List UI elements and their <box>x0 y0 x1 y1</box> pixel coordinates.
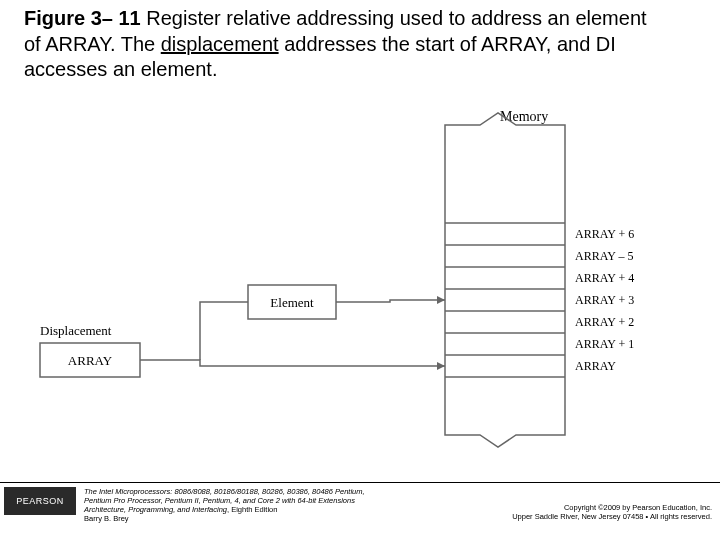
caption-underlined: displacement <box>161 33 279 55</box>
arrowhead-icon <box>437 296 445 304</box>
displacement-label: Displacement <box>40 323 112 338</box>
row-label: ARRAY + 1 <box>575 337 634 351</box>
pearson-logo: PEARSON <box>4 487 76 515</box>
copyright-line: Copyright ©2009 by Pearson Education, In… <box>564 503 712 512</box>
wire-element-branch <box>200 302 248 360</box>
wire-element-to-memory <box>336 300 445 302</box>
copyright-line: Upper Saddle River, New Jersey 07458 • A… <box>512 512 712 521</box>
book-line: The Intel Microprocessors: 8086/8088, 80… <box>84 487 365 496</box>
book-line: Architecture, Programming, and Interfaci… <box>84 505 227 514</box>
wire-array-to-memory <box>140 360 445 366</box>
row-label: ARRAY + 2 <box>575 315 634 329</box>
row-label: ARRAY – 5 <box>575 249 633 263</box>
row-label: ARRAY + 3 <box>575 293 634 307</box>
row-label: ARRAY + 6 <box>575 227 634 241</box>
book-line: Pentium Pro Processor, Pentium II, Penti… <box>84 496 355 505</box>
copyright: Copyright ©2009 by Pearson Education, In… <box>412 487 712 521</box>
row-label: ARRAY <box>575 359 616 373</box>
footer: PEARSON The Intel Microprocessors: 8086/… <box>0 482 720 540</box>
addressing-diagram: Memory ARRAY + 6 ARRAY – 5 ARRAY + 4 ARR… <box>0 105 720 465</box>
figure-caption: Figure 3– 11 Register relative addressin… <box>24 6 664 83</box>
element-box-text: Element <box>270 295 314 310</box>
array-box-text: ARRAY <box>68 353 113 368</box>
book-edition: , Eighth Edition <box>227 505 277 514</box>
book-title: The Intel Microprocessors: 8086/8088, 80… <box>84 487 394 523</box>
row-label: ARRAY + 4 <box>575 271 634 285</box>
book-author: Barry B. Brey <box>84 514 129 523</box>
memory-bottom-bracket <box>445 405 565 447</box>
arrowhead-icon <box>437 362 445 370</box>
memory-label: Memory <box>500 109 548 124</box>
figure-number: Figure 3– 11 <box>24 7 141 29</box>
